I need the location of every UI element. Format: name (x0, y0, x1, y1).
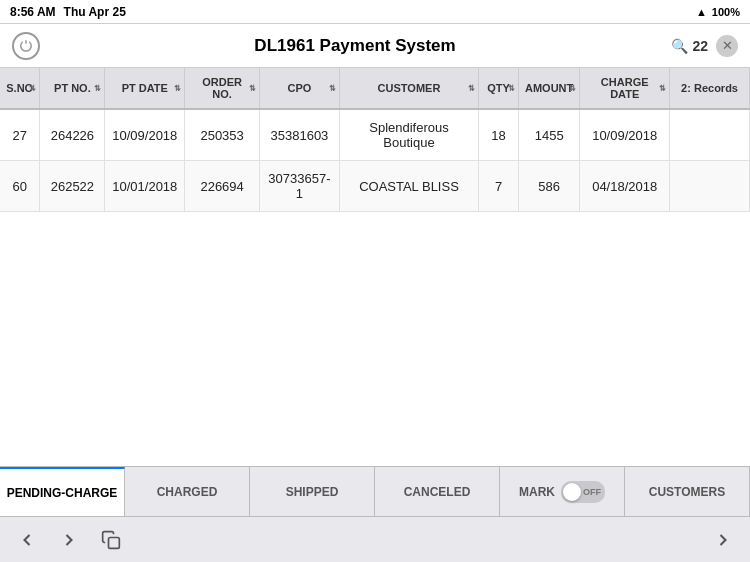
mark-toggle[interactable]: OFF (561, 481, 605, 503)
power-button[interactable] (12, 32, 40, 60)
cell-chargedate: 04/18/2018 (580, 161, 670, 212)
cell-cpo: 30733657-1 (259, 161, 339, 212)
search-icon: 🔍 (671, 38, 688, 54)
cell-ptno: 262522 (40, 161, 105, 212)
cell-ptno: 264226 (40, 109, 105, 161)
table-container: S.NO ⇅ PT NO. ⇅ PT DATE ⇅ ORDER NO. ⇅ CP… (0, 68, 750, 466)
col-chargedate[interactable]: CHARGE DATE ⇅ (580, 68, 670, 109)
data-table: S.NO ⇅ PT NO. ⇅ PT DATE ⇅ ORDER NO. ⇅ CP… (0, 68, 750, 212)
copy-button[interactable] (96, 525, 126, 555)
col-ptdate[interactable]: PT DATE ⇅ (105, 68, 185, 109)
cell-orderno: 226694 (185, 161, 260, 212)
cell-chargedate: 10/09/2018 (580, 109, 670, 161)
status-left: 8:56 AM Thu Apr 25 (10, 5, 126, 19)
title-bar: DL1961 Payment System 🔍 22 ✕ (0, 24, 750, 68)
cell-ptdate: 10/09/2018 (105, 109, 185, 161)
cell-qty: 18 (479, 109, 519, 161)
chevron-right-button[interactable] (708, 525, 738, 555)
table-header-row: S.NO ⇅ PT NO. ⇅ PT DATE ⇅ ORDER NO. ⇅ CP… (0, 68, 750, 109)
title-bar-right: 🔍 22 ✕ (658, 35, 738, 57)
cell-orderno: 250353 (185, 109, 260, 161)
cell-records-empty (670, 109, 750, 161)
col-qty[interactable]: QTY ⇅ (479, 68, 519, 109)
back-button[interactable] (12, 525, 42, 555)
tab-pending-charge[interactable]: PENDING-CHARGE (0, 467, 125, 516)
cell-sno: 60 (0, 161, 40, 212)
cell-sno: 27 (0, 109, 40, 161)
cell-amount: 586 (519, 161, 580, 212)
title-bar-left (12, 32, 52, 60)
col-sno[interactable]: S.NO ⇅ (0, 68, 40, 109)
status-day: Thu Apr 25 (64, 5, 126, 19)
col-customer[interactable]: CUSTOMER ⇅ (339, 68, 478, 109)
status-right: ▲ 100% (696, 6, 740, 18)
tab-mark[interactable]: MARK OFF (500, 467, 625, 516)
close-button[interactable]: ✕ (716, 35, 738, 57)
tab-charged[interactable]: CHARGED (125, 467, 250, 516)
col-orderno[interactable]: ORDER NO. ⇅ (185, 68, 260, 109)
status-time: 8:56 AM (10, 5, 56, 19)
cell-customer: Splendiferous Boutique (339, 109, 478, 161)
svg-rect-0 (109, 537, 120, 548)
cell-records-empty (670, 161, 750, 212)
forward-button[interactable] (54, 525, 84, 555)
col-records: 2: Records (670, 68, 750, 109)
bottom-toolbar (0, 516, 750, 562)
toggle-knob (563, 483, 581, 501)
col-amount[interactable]: AMOUNT ⇅ (519, 68, 580, 109)
table-row[interactable]: 6026252210/01/201822669430733657-1COASTA… (0, 161, 750, 212)
toolbar-left (12, 525, 126, 555)
toolbar-right (708, 525, 738, 555)
cell-ptdate: 10/01/2018 (105, 161, 185, 212)
tab-canceled[interactable]: CANCELED (375, 467, 500, 516)
cell-cpo: 35381603 (259, 109, 339, 161)
search-count: 22 (692, 38, 708, 54)
col-ptno[interactable]: PT NO. ⇅ (40, 68, 105, 109)
search-area[interactable]: 🔍 22 (671, 38, 708, 54)
cell-customer: COASTAL BLISS (339, 161, 478, 212)
col-cpo[interactable]: CPO ⇅ (259, 68, 339, 109)
bottom-tabs: PENDING-CHARGE CHARGED SHIPPED CANCELED … (0, 466, 750, 516)
cell-qty: 7 (479, 161, 519, 212)
wifi-icon: ▲ (696, 6, 707, 18)
table-row[interactable]: 2726422610/09/201825035335381603Splendif… (0, 109, 750, 161)
battery-icon: 100% (712, 6, 740, 18)
status-bar: 8:56 AM Thu Apr 25 ▲ 100% (0, 0, 750, 24)
tab-shipped[interactable]: SHIPPED (250, 467, 375, 516)
cell-amount: 1455 (519, 109, 580, 161)
app-title: DL1961 Payment System (52, 36, 658, 56)
tab-customers[interactable]: CUSTOMERS (625, 467, 750, 516)
